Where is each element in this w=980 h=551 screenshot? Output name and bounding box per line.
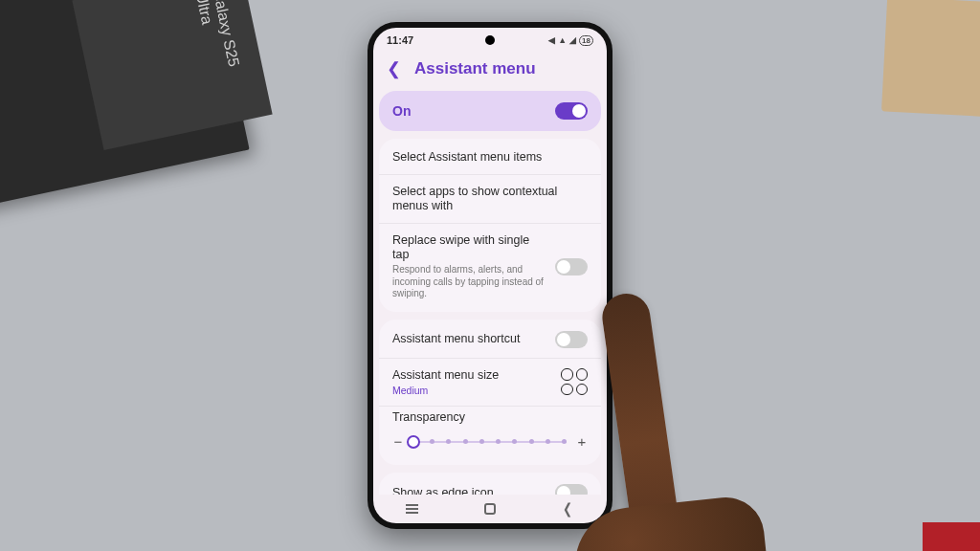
slider-thumb[interactable] [407,435,420,449]
select-menu-items-label: Select Assistant menu items [392,150,588,165]
select-apps-row[interactable]: Select apps to show contextual menus wit… [379,175,601,224]
replace-swipe-row[interactable]: Replace swipe with single tap Respond to… [379,224,601,310]
menu-size-row[interactable]: Assistant menu size Medium [379,359,601,408]
grid-icon [561,368,588,395]
nav-back-button[interactable]: ❮ [563,500,572,518]
slider-track[interactable] [413,441,567,443]
battery-icon: 18 [579,35,593,46]
edge-icon-switch[interactable] [555,484,588,495]
phone-frame: 11:47 ◀ ▲ ◢ 18 ❮ Assistant menu On Sele [368,22,612,529]
wifi-icon: ▲ [558,35,567,45]
navigation-bar: ❮ [373,495,607,523]
appearance-card: Assistant menu shortcut Assistant menu s… [379,320,601,466]
minus-icon[interactable]: − [392,433,404,450]
replace-swipe-switch[interactable] [555,258,588,276]
select-menu-items-row[interactable]: Select Assistant menu items [379,141,601,175]
shortcut-switch[interactable] [555,331,588,348]
plus-icon[interactable]: + [576,433,588,450]
replace-swipe-sub: Respond to alarms, alerts, and incoming … [392,264,546,300]
shortcut-label: Assistant menu shortcut [392,332,546,346]
screen: 11:47 ◀ ▲ ◢ 18 ❮ Assistant menu On Sele [373,28,607,523]
master-toggle-switch[interactable] [555,102,588,120]
nav-home-button[interactable] [484,503,496,515]
master-toggle-label: On [392,103,411,119]
transparency-slider[interactable]: − + [392,433,588,450]
back-button[interactable]: ❮ [387,58,401,79]
page-header: ❮ Assistant menu [373,53,607,91]
edge-card: Show as edge icon [379,473,601,495]
edge-icon-label: Show as edge icon [392,486,546,495]
select-apps-label: Select apps to show contextual menus wit… [392,185,588,213]
status-icons: ◀ ▲ ◢ 18 [548,35,593,46]
sound-icon: ◀ [548,35,555,45]
signal-icon: ◢ [569,35,576,45]
master-toggle-row[interactable]: On [379,93,601,129]
page-title: Assistant menu [414,59,536,78]
status-time: 11:47 [387,34,413,46]
edge-icon-row[interactable]: Show as edge icon [379,474,601,495]
menu-size-value: Medium [392,385,551,397]
shortcut-row[interactable]: Assistant menu shortcut [379,321,601,359]
transparency-label: Transparency [392,410,588,424]
menu-options-card: Select Assistant menu items Select apps … [379,139,601,312]
master-toggle-card: On [379,91,601,131]
nav-recent-button[interactable] [406,504,418,514]
menu-size-title: Assistant menu size [392,368,551,383]
replace-swipe-title: Replace swipe with single tap [392,233,546,262]
front-camera [485,35,495,45]
